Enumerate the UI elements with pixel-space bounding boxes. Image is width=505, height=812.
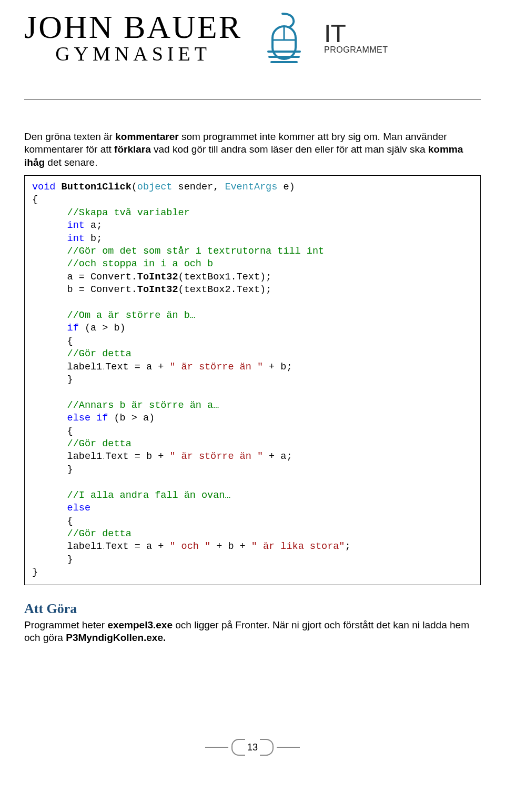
code-keyword: void <box>32 182 55 193</box>
code: label1 <box>32 362 102 373</box>
code-string: " är större än " <box>169 451 263 462</box>
code-comment: //Skapa två variabler <box>32 207 190 218</box>
code: (a > b) <box>79 323 126 334</box>
code: (textBox2.Text); <box>178 284 272 295</box>
code: { <box>32 516 73 527</box>
code: } <box>32 567 38 578</box>
text: vad kod gör till andra som läser den ell… <box>151 144 428 155</box>
page-footer: 13 <box>24 739 481 756</box>
text: Programmet heter <box>24 619 107 630</box>
program-label: IT PROGRAMMET <box>324 21 388 55</box>
logo-subtitle: GYMNASIET <box>24 42 242 65</box>
text-bold: förklara <box>114 144 151 155</box>
code: } <box>32 554 73 565</box>
code-string: " är lika stora" <box>251 541 345 552</box>
code: (b > a) <box>108 413 155 424</box>
code: label1 <box>32 451 102 462</box>
code: label1 <box>32 541 102 552</box>
code-comment: //Gör detta <box>32 348 132 359</box>
code-keyword: else <box>32 503 90 514</box>
code: Text = a + <box>105 362 169 373</box>
code: a = Convert. <box>32 272 137 283</box>
code: Text = a + <box>105 541 169 552</box>
code: { <box>32 194 38 205</box>
code-comment: //Gör detta <box>32 528 132 539</box>
code-comment: //Gör detta <box>32 438 132 449</box>
code: b; <box>85 233 102 244</box>
code-keyword: if <box>32 323 79 334</box>
code-method: ToInt32 <box>137 272 178 283</box>
footer-line-left <box>205 747 228 748</box>
code-comment: //och stoppa in i a och b <box>32 258 213 269</box>
it-label: IT <box>324 21 388 46</box>
footer-bracket-left <box>231 739 245 756</box>
text-bold: P3MyndigKollen.exe. <box>66 632 166 643</box>
code: ( <box>132 182 137 193</box>
text-bold: kommentarer <box>115 131 178 142</box>
header-banner: JOHN BAUER GYMNASIET IT PROGRAMMET <box>24 8 481 67</box>
code-string: " och " <box>169 541 210 552</box>
code: + b; <box>263 362 292 373</box>
code: + b + <box>210 541 251 552</box>
mouse-icon <box>259 8 306 67</box>
code: } <box>32 464 73 475</box>
code: b = Convert. <box>32 284 137 295</box>
todo-paragraph: Programmet heter exempel3.exe och ligger… <box>24 619 481 645</box>
code-comment: //Om a är större än b… <box>32 310 196 321</box>
code-string: " är större än " <box>169 362 263 373</box>
text-bold: exempel3.exe <box>107 619 173 630</box>
code-type: object <box>137 182 173 193</box>
intro-paragraph: Den gröna texten är kommentarer som prog… <box>24 131 481 169</box>
logo-title: JOHN BAUER <box>24 11 242 43</box>
code-comment: //Annars b är större än a… <box>32 400 219 411</box>
code: { <box>32 336 73 347</box>
code: } <box>32 374 73 385</box>
todo-heading: Att Göra <box>24 601 481 617</box>
code-keyword: int <box>32 220 85 231</box>
code: { <box>32 426 73 437</box>
text: Den gröna texten är <box>24 131 115 142</box>
code: Text = b + <box>105 451 169 462</box>
code-type: EventArgs <box>225 182 277 193</box>
page-number: 13 <box>247 742 258 753</box>
footer-bracket-right <box>260 739 274 756</box>
code: (textBox1.Text); <box>178 272 272 283</box>
code: ; <box>345 541 350 552</box>
school-logo: JOHN BAUER GYMNASIET <box>24 11 242 65</box>
page: JOHN BAUER GYMNASIET IT PROGRAMMET Den g… <box>0 0 505 777</box>
code-keyword: int <box>32 233 85 244</box>
code: + a; <box>263 451 292 462</box>
code-comment: //I alla andra fall än ovan… <box>32 490 230 501</box>
code: a; <box>85 220 102 231</box>
code-keyword: else if <box>32 413 108 424</box>
code-function: Button1Click <box>55 182 131 193</box>
it-sublabel: PROGRAMMET <box>324 45 388 55</box>
code-method: ToInt32 <box>137 284 178 295</box>
text: det senare. <box>45 157 97 168</box>
code: sender, <box>172 182 225 193</box>
footer-line-right <box>277 747 300 748</box>
code: e) <box>277 182 295 193</box>
code-block: void Button1Click(object sender, EventAr… <box>24 175 481 585</box>
code-comment: //Gör om det som står i textrutorna till… <box>32 246 324 257</box>
